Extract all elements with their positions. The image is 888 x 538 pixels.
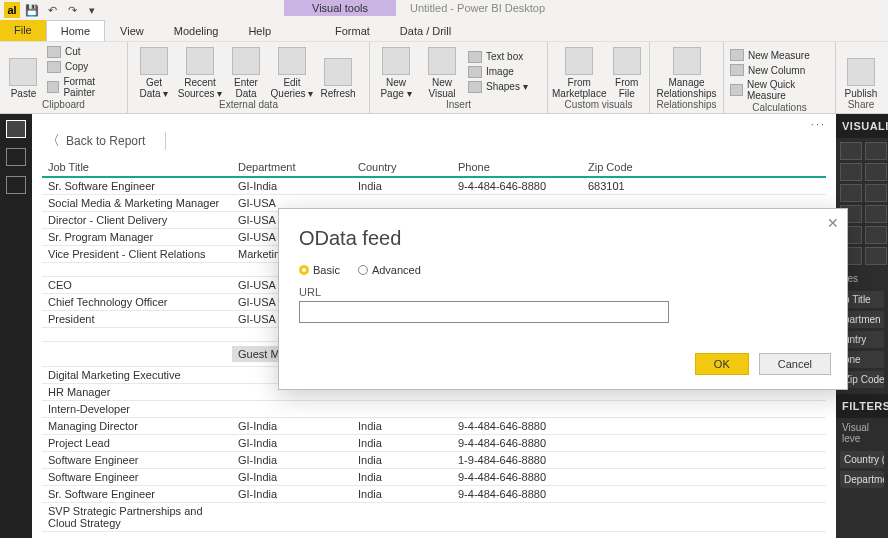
paste-icon xyxy=(9,58,37,86)
url-label: URL xyxy=(299,286,827,298)
odata-feed-dialog: ✕ OData feed Basic Advanced URL OK Cance… xyxy=(278,208,848,390)
relationships-icon xyxy=(673,47,701,75)
get-data-button[interactable]: Get Data ▾ xyxy=(132,44,176,99)
tab-view[interactable]: View xyxy=(105,20,159,41)
group-calculations: Calculations xyxy=(728,102,831,114)
manage-relationships-button[interactable]: Manage Relationships xyxy=(654,44,719,99)
tab-modeling[interactable]: Modeling xyxy=(159,20,234,41)
menu-bar: File Home View Modeling Help Format Data… xyxy=(0,20,888,42)
group-share: Share xyxy=(840,99,882,111)
enter-data-button[interactable]: Enter Data xyxy=(224,44,268,99)
new-quick-measure-button[interactable]: New Quick Measure xyxy=(728,78,831,102)
refresh-button[interactable]: Refresh xyxy=(316,44,360,99)
new-measure-button[interactable]: New Measure xyxy=(728,48,831,62)
dialog-title: OData feed xyxy=(299,227,827,250)
from-marketplace-button[interactable]: From Marketplace xyxy=(552,44,606,99)
visualizations-header: VISUALIZ xyxy=(836,114,888,138)
url-input[interactable] xyxy=(299,301,669,323)
from-file-button[interactable]: From File xyxy=(608,44,645,99)
ribbon: Paste Cut Copy Format Painter Clipboard … xyxy=(0,42,888,114)
more-options-icon[interactable]: ··· xyxy=(811,118,826,130)
group-clipboard: Clipboard xyxy=(4,99,123,111)
get-data-icon xyxy=(140,47,168,75)
filter-level-label: Visual leve xyxy=(836,418,888,448)
tab-home[interactable]: Home xyxy=(46,20,105,41)
cut-button[interactable]: Cut xyxy=(45,45,123,59)
paste-button[interactable]: Paste xyxy=(4,44,43,99)
data-view-icon[interactable] xyxy=(6,148,26,166)
table-row[interactable]: Project LeadGI-IndiaIndia9-4-484-646-888… xyxy=(42,435,826,452)
edit-queries-icon xyxy=(278,47,306,75)
shapes-button[interactable]: Shapes ▾ xyxy=(466,80,530,94)
col-phone[interactable]: Phone xyxy=(452,158,582,177)
filter-tag[interactable]: Country (A xyxy=(840,451,884,468)
tab-format[interactable]: Format xyxy=(320,20,385,41)
filters-header: FILTERS xyxy=(836,394,888,418)
new-column-button[interactable]: New Column xyxy=(728,63,831,77)
image-button[interactable]: Image xyxy=(466,65,530,79)
edit-queries-button[interactable]: Edit Queries ▾ xyxy=(270,44,314,99)
group-relationships: Relationships xyxy=(654,99,719,111)
visual-tools-tab[interactable]: Visual tools xyxy=(284,0,396,16)
image-icon xyxy=(468,66,482,78)
col-zip[interactable]: Zip Code xyxy=(582,158,826,177)
left-nav-rail xyxy=(0,114,32,538)
qat-dropdown-icon[interactable]: ▾ xyxy=(84,2,100,18)
recent-sources-button[interactable]: Recent Sources ▾ xyxy=(178,44,222,99)
table-row[interactable]: Managing DirectorGI-IndiaIndia9-4-484-64… xyxy=(42,418,826,435)
file-icon xyxy=(613,47,641,75)
refresh-icon xyxy=(324,58,352,86)
table-row[interactable]: Sr. Software EngineerGI-IndiaIndia9-4-48… xyxy=(42,486,826,503)
redo-icon[interactable]: ↷ xyxy=(64,2,80,18)
publish-button[interactable]: Publish xyxy=(840,44,882,99)
ok-button[interactable]: OK xyxy=(695,353,749,375)
cancel-button[interactable]: Cancel xyxy=(759,353,831,375)
chevron-left-icon: 〈 xyxy=(46,132,60,150)
close-icon[interactable]: ✕ xyxy=(827,215,839,231)
quick-measure-icon xyxy=(730,84,743,96)
new-page-button[interactable]: New Page ▾ xyxy=(374,44,418,99)
cut-icon xyxy=(47,46,61,58)
title-bar: al 💾 ↶ ↷ ▾ Visual tools Untitled - Power… xyxy=(0,0,888,20)
save-icon[interactable]: 💾 xyxy=(24,2,40,18)
model-view-icon[interactable] xyxy=(6,176,26,194)
marketplace-icon xyxy=(565,47,593,75)
group-insert: Insert xyxy=(374,99,543,111)
group-external-data: External data xyxy=(132,99,365,111)
col-department[interactable]: Department xyxy=(232,158,352,177)
undo-icon[interactable]: ↶ xyxy=(44,2,60,18)
col-country[interactable]: Country xyxy=(352,158,452,177)
textbox-icon xyxy=(468,51,482,63)
filter-tag[interactable]: Departme xyxy=(840,471,884,488)
file-menu[interactable]: File xyxy=(0,20,46,41)
table-row[interactable]: SVP Strategic Partnerships and Cloud Str… xyxy=(42,503,826,532)
table-row[interactable]: Software EngineerGI-IndiaIndia1-9-484-64… xyxy=(42,452,826,469)
tab-help[interactable]: Help xyxy=(233,20,286,41)
publish-icon xyxy=(847,58,875,86)
brush-icon xyxy=(47,81,59,93)
report-view-icon[interactable] xyxy=(6,120,26,138)
tab-data-drill[interactable]: Data / Drill xyxy=(385,20,466,41)
enter-data-icon xyxy=(232,47,260,75)
group-custom-visuals: Custom visuals xyxy=(552,99,645,111)
new-page-icon xyxy=(382,47,410,75)
new-visual-button[interactable]: New Visual xyxy=(420,44,464,99)
table-row[interactable]: Sr. Software EngineerGI-IndiaIndia9-4-48… xyxy=(42,177,826,195)
new-visual-icon xyxy=(428,47,456,75)
table-row[interactable]: Software EngineerGI-IndiaIndia9-4-484-64… xyxy=(42,469,826,486)
radio-basic[interactable]: Basic xyxy=(299,264,340,276)
recent-icon xyxy=(186,47,214,75)
copy-button[interactable]: Copy xyxy=(45,60,123,74)
column-icon xyxy=(730,64,744,76)
table-row[interactable]: Intern-Developer xyxy=(42,401,826,418)
format-painter-button[interactable]: Format Painter xyxy=(45,75,123,99)
shapes-icon xyxy=(468,81,482,93)
radio-advanced[interactable]: Advanced xyxy=(358,264,421,276)
col-job-title[interactable]: Job Title xyxy=(42,158,232,177)
document-title: Untitled - Power BI Desktop xyxy=(410,2,545,14)
back-to-report-button[interactable]: 〈 Back to Report xyxy=(46,132,166,150)
textbox-button[interactable]: Text box xyxy=(466,50,530,64)
copy-icon xyxy=(47,61,61,73)
measure-icon xyxy=(730,49,744,61)
back-label: Back to Report xyxy=(66,134,145,148)
